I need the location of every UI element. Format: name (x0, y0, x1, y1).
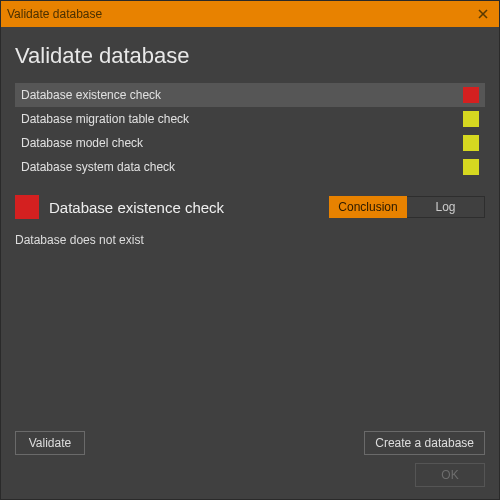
validate-button[interactable]: Validate (15, 431, 85, 455)
detail-title: Database existence check (49, 199, 329, 216)
detail-header: Database existence check Conclusion Log (15, 195, 485, 219)
check-list: Database existence check Database migrat… (15, 83, 485, 179)
check-row-system-data[interactable]: Database system data check (15, 155, 485, 179)
tab-conclusion[interactable]: Conclusion (329, 196, 407, 218)
check-label: Database existence check (21, 88, 457, 102)
footer-row-actions: Validate Create a database (15, 431, 485, 455)
titlebar[interactable]: Validate database (1, 1, 499, 27)
status-swatch-red (463, 87, 479, 103)
detail-tabs: Conclusion Log (329, 196, 485, 218)
check-row-migration[interactable]: Database migration table check (15, 107, 485, 131)
detail-status-swatch (15, 195, 39, 219)
detail-body: Database does not exist (15, 233, 485, 423)
check-label: Database migration table check (21, 112, 457, 126)
dialog-content: Validate database Database existence che… (1, 27, 499, 499)
dialog-window: Validate database Validate database Data… (0, 0, 500, 500)
status-swatch-yellow (463, 111, 479, 127)
dialog-footer: Validate Create a database OK (15, 423, 485, 487)
tab-log[interactable]: Log (407, 196, 485, 218)
check-row-model[interactable]: Database model check (15, 131, 485, 155)
close-icon[interactable] (473, 5, 493, 23)
check-label: Database model check (21, 136, 457, 150)
check-label: Database system data check (21, 160, 457, 174)
ok-button: OK (415, 463, 485, 487)
status-swatch-yellow (463, 135, 479, 151)
footer-row-ok: OK (15, 463, 485, 487)
page-title: Validate database (15, 43, 485, 69)
create-database-button[interactable]: Create a database (364, 431, 485, 455)
window-title: Validate database (7, 7, 473, 21)
check-row-existence[interactable]: Database existence check (15, 83, 485, 107)
status-swatch-yellow (463, 159, 479, 175)
